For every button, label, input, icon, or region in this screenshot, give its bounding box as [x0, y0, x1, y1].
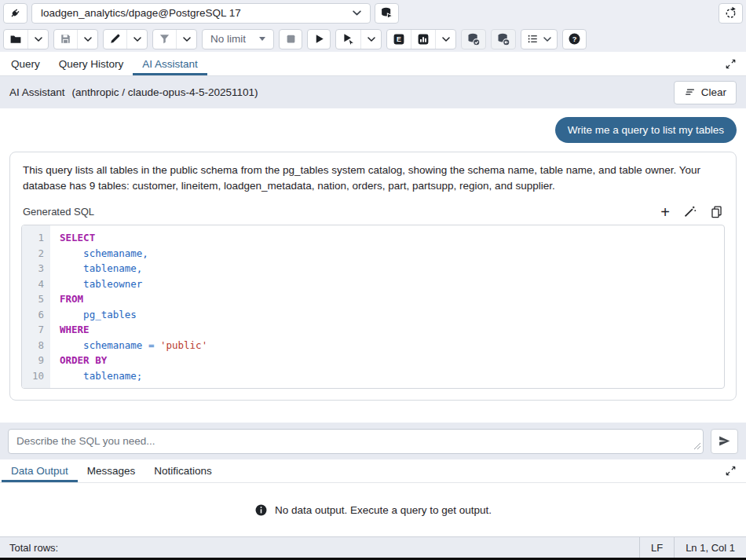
- output-empty-state: No data output. Execute a query to get o…: [0, 483, 746, 536]
- plus-icon: +: [660, 203, 670, 221]
- chevron-down-icon: [133, 37, 141, 42]
- output-tabbar: Data Output Messages Notifications: [0, 459, 746, 483]
- new-connection-icon: [380, 6, 393, 20]
- connection-select[interactable]: loadgen_analytics/dpage@PostgreSQL 17: [31, 3, 371, 24]
- ai-assistant-header: AI Assistant (anthropic / claude-opus-4-…: [0, 76, 746, 108]
- tab-notifications[interactable]: Notifications: [144, 460, 221, 482]
- filter-button[interactable]: [153, 30, 176, 49]
- query-toolbar: No limit: [0, 26, 746, 52]
- send-icon: [718, 434, 731, 448]
- macro-menu-button[interactable]: [521, 30, 557, 49]
- commit-button[interactable]: [461, 29, 486, 49]
- tab-query-history[interactable]: Query History: [49, 53, 133, 75]
- sql-code-block[interactable]: 12345678910 SELECT schemaname, tablename…: [21, 225, 725, 389]
- insert-sql-button[interactable]: +: [660, 206, 670, 218]
- statusbar: Total rows: LF Ln 1, Col 1: [0, 536, 746, 558]
- commit-icon: [466, 32, 481, 46]
- edit-menu-button[interactable]: [126, 30, 147, 49]
- save-icon: [60, 33, 71, 45]
- macro-list-icon: [527, 33, 539, 45]
- execute-options-menu-button[interactable]: [360, 30, 381, 49]
- assistant-response-card: This query lists all tables in the publi…: [9, 152, 737, 401]
- connection-status-button[interactable]: [3, 3, 27, 24]
- query-tool-window: loadgen_analytics/dpage@PostgreSQL 17: [0, 0, 746, 560]
- main-tabbar: Query Query History AI Assistant: [0, 52, 746, 76]
- apply-sql-button[interactable]: [683, 205, 697, 218]
- eol-indicator: LF: [639, 537, 674, 558]
- filter-group: [152, 29, 197, 49]
- explain-menu-button[interactable]: [435, 30, 455, 49]
- assistant-response-text: This query lists all tables in the publi…: [23, 163, 723, 194]
- resize-grip[interactable]: [694, 443, 700, 449]
- stop-button[interactable]: [279, 29, 302, 49]
- user-message-bubble: Write me a query to list my tables: [555, 117, 737, 143]
- execute-script-group: [335, 29, 382, 49]
- chevron-down-icon: [35, 37, 42, 42]
- prompt-input[interactable]: [8, 429, 704, 454]
- save-button[interactable]: [54, 30, 77, 49]
- filter-icon: [159, 33, 170, 45]
- clear-icon: [684, 86, 696, 98]
- expand-icon: [725, 465, 737, 477]
- clear-button[interactable]: Clear: [674, 81, 737, 104]
- generated-sql-actions: +: [660, 205, 723, 218]
- chat-area: Write me a query to list my tables This …: [0, 108, 746, 423]
- new-connection-button[interactable]: [375, 3, 399, 24]
- statusbar-right: LF Ln 1, Col 1: [639, 537, 746, 558]
- info-icon: [254, 503, 268, 517]
- tab-query[interactable]: Query: [2, 53, 49, 75]
- explain-analyze-button[interactable]: [411, 30, 435, 49]
- tab-data-output[interactable]: Data Output: [2, 460, 78, 482]
- prompt-wrap: [8, 429, 704, 454]
- copy-sql-button[interactable]: [710, 205, 723, 218]
- connection-select-value: loadgen_analytics/dpage@PostgreSQL 17: [41, 7, 241, 19]
- refresh-icon: [724, 6, 737, 20]
- generated-sql-row: Generated SQL +: [23, 205, 723, 218]
- ai-assistant-title: AI Assistant: [9, 86, 65, 98]
- prompt-row: [0, 423, 746, 459]
- help-icon: [568, 32, 581, 46]
- filter-menu-button[interactable]: [176, 30, 196, 49]
- sql-lines: SELECT schemaname, tablename, tableowner…: [50, 225, 724, 388]
- plug-icon: [9, 6, 22, 20]
- rollback-icon: [496, 32, 510, 46]
- edit-group: [103, 29, 148, 49]
- clear-button-label: Clear: [701, 86, 726, 98]
- expand-panel-button[interactable]: [717, 58, 744, 70]
- explain-icon: [393, 33, 405, 46]
- chevron-down-icon: [183, 37, 191, 42]
- open-file-menu-button[interactable]: [27, 30, 48, 49]
- execute-button[interactable]: [307, 29, 331, 49]
- sql-gutter: 12345678910: [22, 225, 50, 388]
- open-file-button[interactable]: [4, 30, 27, 49]
- explain-group: [386, 29, 456, 49]
- refresh-button[interactable]: [719, 3, 743, 24]
- help-button[interactable]: [562, 29, 587, 49]
- rollback-button[interactable]: [491, 29, 516, 49]
- expand-icon: [725, 58, 737, 70]
- execute-script-button[interactable]: [336, 30, 360, 49]
- copy-icon: [710, 205, 723, 218]
- magic-wand-icon: [683, 205, 697, 218]
- pencil-icon: [109, 33, 121, 45]
- open-file-group: [3, 29, 49, 49]
- save-menu-button[interactable]: [77, 30, 97, 49]
- explain-button[interactable]: [387, 30, 411, 49]
- save-group: [53, 29, 98, 49]
- chevron-down-icon: [368, 37, 375, 42]
- edit-button[interactable]: [104, 30, 126, 49]
- tab-messages[interactable]: Messages: [78, 460, 145, 482]
- row-limit-value: No limit: [210, 33, 246, 45]
- send-button[interactable]: [711, 429, 738, 454]
- ai-assistant-model: (anthropic / claude-opus-4-5-20251101): [72, 86, 258, 98]
- connection-toolbar: loadgen_analytics/dpage@PostgreSQL 17: [0, 0, 746, 26]
- play-script-icon: [342, 32, 355, 46]
- row-limit-select[interactable]: No limit: [202, 29, 274, 49]
- caret-down-icon: [259, 37, 265, 41]
- stop-icon: [285, 33, 297, 45]
- tab-ai-assistant[interactable]: AI Assistant: [133, 53, 207, 75]
- chevron-down-icon: [353, 10, 361, 16]
- output-empty-message: No data output. Execute a query to get o…: [275, 504, 492, 516]
- expand-output-button[interactable]: [717, 465, 744, 477]
- chevron-down-icon: [442, 37, 450, 42]
